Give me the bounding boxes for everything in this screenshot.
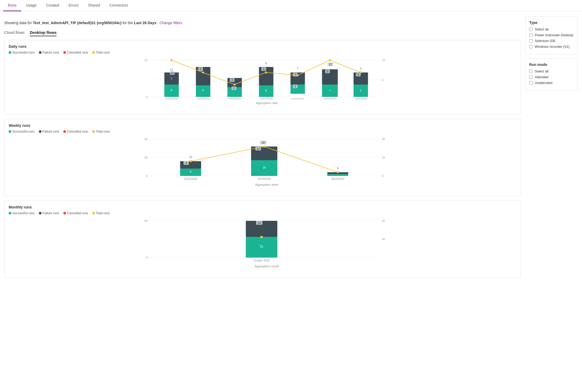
legend-successful-runs: Successful runs xyxy=(9,51,35,54)
svg-text:8: 8 xyxy=(265,62,267,65)
svg-text:October 2020: October 2020 xyxy=(254,259,270,262)
svg-point-63 xyxy=(297,74,299,76)
legend-failure-runs: Failure runs xyxy=(39,51,59,54)
svg-text:5: 5 xyxy=(382,79,384,82)
monthly-legend-cancelled: Cancelled runs xyxy=(63,211,88,215)
svg-point-96 xyxy=(263,145,265,148)
svg-text:10/23/2020: 10/23/2020 xyxy=(291,98,304,100)
type-selenium-checkbox[interactable] xyxy=(529,39,533,43)
svg-text:4: 4 xyxy=(360,89,361,92)
info-bar: Showing data for Test_test_AdminAPI_TIP … xyxy=(4,21,521,25)
svg-text:10/16/2020: 10/16/2020 xyxy=(165,98,178,100)
svg-text:31: 31 xyxy=(260,245,264,248)
daily-runs-svg: 10 0 10 5 4 8 12 12 10/16/2020 xyxy=(17,58,517,100)
svg-rect-36 xyxy=(291,85,305,94)
svg-text:40: 40 xyxy=(382,138,385,141)
legend-total-runs: Total runs xyxy=(92,51,110,54)
svg-point-60 xyxy=(202,71,204,74)
svg-text:5: 5 xyxy=(202,88,204,92)
tab-runs[interactable]: Runs xyxy=(3,0,21,11)
svg-text:12: 12 xyxy=(170,68,173,71)
svg-text:12: 12 xyxy=(189,155,192,159)
right-sidebar: Type Select all Power Automate Desktop S… xyxy=(525,17,578,282)
weekly-legend-cancelled: Cancelled runs xyxy=(63,130,88,133)
svg-text:18: 18 xyxy=(262,166,266,169)
type-filter-title: Type xyxy=(529,20,574,25)
svg-point-59 xyxy=(171,59,173,61)
svg-text:10/25/2020: 10/25/2020 xyxy=(354,98,367,100)
monthly-legend-successful: Successful runs xyxy=(9,211,35,215)
svg-text:7: 7 xyxy=(329,89,331,92)
type-option-windows[interactable]: Windows recorder (V1) xyxy=(529,45,574,49)
svg-text:50: 50 xyxy=(144,219,147,222)
change-filters-link[interactable]: Change filters xyxy=(159,21,182,25)
svg-rect-92 xyxy=(327,174,348,176)
type-option-selenium[interactable]: Selenium IDE xyxy=(529,39,574,43)
run-mode-unattended[interactable]: Unattended xyxy=(529,81,574,85)
daily-agg-label: Aggregation date xyxy=(17,101,517,104)
svg-text:60: 60 xyxy=(382,219,385,222)
sub-tab-cloud-flows[interactable]: Cloud flows xyxy=(4,30,25,36)
svg-text:10/11/2020: 10/11/2020 xyxy=(184,177,197,180)
daily-runs-panel: Daily runs Successful runs Failure runs … xyxy=(4,40,521,115)
run-mode-select-all-checkbox[interactable] xyxy=(529,70,533,73)
svg-text:40: 40 xyxy=(144,138,147,141)
type-windows-checkbox[interactable] xyxy=(529,45,533,48)
svg-text:10/20/2020: 10/20/2020 xyxy=(228,98,241,100)
weekly-legend-successful: Successful runs xyxy=(9,130,35,133)
svg-text:8: 8 xyxy=(171,88,172,92)
svg-point-65 xyxy=(360,71,362,74)
svg-text:3: 3 xyxy=(231,79,233,82)
svg-text:0: 0 xyxy=(146,174,147,177)
type-pad-checkbox[interactable] xyxy=(529,33,533,37)
run-mode-filter-title: Run mode xyxy=(529,62,574,67)
svg-text:6: 6 xyxy=(263,68,265,71)
svg-text:10/25/2020: 10/25/2020 xyxy=(331,177,344,180)
weekly-runs-svg: 40 20 0 40 20 0 8 8 12 10/11/2020 xyxy=(17,137,517,181)
daily-runs-legend: Successful runs Failure runs Cancelled r… xyxy=(9,51,517,54)
monthly-runs-title: Monthly runs xyxy=(9,205,517,209)
monthly-runs-legend: Successful runs Failure runs Cancelled r… xyxy=(9,211,517,215)
svg-text:10/24/2020: 10/24/2020 xyxy=(323,98,336,100)
tab-errors[interactable]: Errors xyxy=(64,0,83,11)
type-option-pad[interactable]: Power Automate Desktop xyxy=(529,33,574,37)
svg-rect-52 xyxy=(354,72,368,85)
svg-rect-15 xyxy=(196,67,210,85)
info-env-name: Test_test_AdminAPI_TIP (default)31 (org5… xyxy=(33,21,121,25)
svg-point-62 xyxy=(265,71,267,74)
svg-text:20: 20 xyxy=(382,156,385,159)
monthly-legend-total: Total runs xyxy=(92,211,110,215)
sub-tabs: Cloud flows Desktop flows xyxy=(4,30,521,36)
run-mode-unattended-checkbox[interactable] xyxy=(529,81,533,85)
run-mode-attended[interactable]: Attended xyxy=(529,75,574,79)
svg-point-61 xyxy=(234,83,236,86)
weekly-runs-legend: Successful runs Failure runs Cancelled r… xyxy=(9,130,517,133)
svg-text:7: 7 xyxy=(297,67,298,70)
type-select-all-checkbox[interactable] xyxy=(529,28,533,31)
info-prefix: Showing data for xyxy=(4,21,33,25)
tab-shared[interactable]: Shared xyxy=(83,0,105,11)
svg-text:4: 4 xyxy=(171,77,172,80)
svg-text:12: 12 xyxy=(171,72,174,75)
run-mode-attended-checkbox[interactable] xyxy=(529,75,533,79)
weekly-runs-panel: Weekly runs Successful runs Failure runs… xyxy=(4,119,521,196)
monthly-runs-panel: Monthly runs Successful runs Failure run… xyxy=(4,201,521,278)
svg-text:0: 0 xyxy=(146,95,147,98)
svg-text:24: 24 xyxy=(257,221,261,224)
weekly-legend-failure: Failure runs xyxy=(39,130,59,133)
tab-usage[interactable]: Usage xyxy=(21,0,41,11)
monthly-runs-svg: 50 0 60 40 24 31 October 2020 xyxy=(17,218,517,263)
type-select-all[interactable]: Select all xyxy=(529,27,574,31)
daily-runs-chart-area: 10 0 10 5 4 8 12 12 10/16/2020 xyxy=(9,58,517,112)
svg-point-95 xyxy=(190,160,192,162)
tab-created[interactable]: Created xyxy=(41,0,64,11)
tab-connectors[interactable]: Connectors xyxy=(105,0,133,11)
weekly-runs-chart-area: 40 20 0 40 20 0 8 8 12 10/11/2020 xyxy=(9,137,517,194)
svg-text:8: 8 xyxy=(190,170,191,173)
svg-rect-28 xyxy=(259,67,274,85)
svg-text:10/21/2020: 10/21/2020 xyxy=(259,98,272,100)
svg-text:10: 10 xyxy=(144,59,147,62)
run-mode-select-all[interactable]: Select all xyxy=(529,69,574,73)
monthly-agg-label: Aggregation month xyxy=(17,265,517,268)
sub-tab-desktop-flows[interactable]: Desktop flows xyxy=(30,30,57,36)
